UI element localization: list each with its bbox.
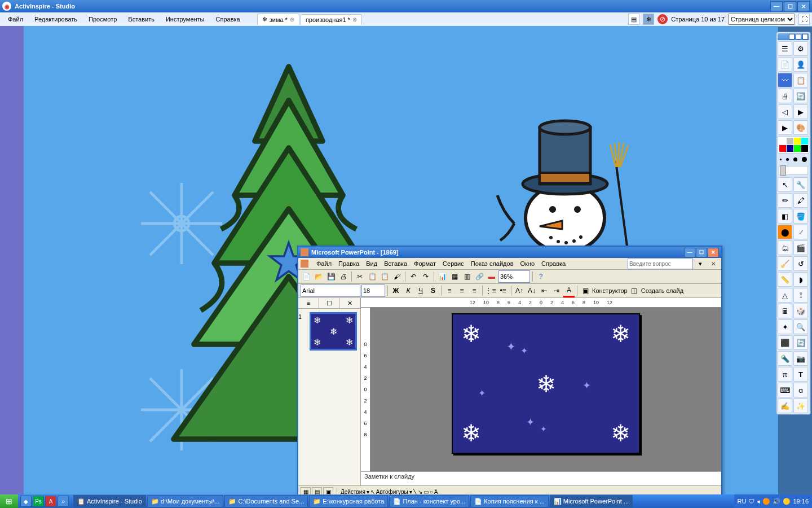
ql-icon[interactable]: A bbox=[45, 496, 56, 507]
outline-tab[interactable]: ≡ bbox=[298, 298, 319, 308]
cut-icon[interactable]: ✂ bbox=[354, 271, 365, 282]
zoom-combo[interactable] bbox=[498, 270, 530, 283]
align-center-icon[interactable]: ≡ bbox=[456, 285, 467, 296]
snowflake-tool-icon[interactable]: ❄ bbox=[643, 14, 654, 25]
tab-close-icon[interactable]: ⊗ bbox=[290, 16, 294, 23]
highlighter-icon[interactable]: 🖍 bbox=[793, 193, 808, 208]
close-button[interactable]: ✕ bbox=[797, 1, 810, 11]
task-button[interactable]: 📋ActivInspire - Studio bbox=[73, 495, 146, 507]
math-tool-icon[interactable]: π bbox=[778, 367, 792, 382]
calculator-icon[interactable]: 🖩 bbox=[778, 304, 792, 318]
tray-icon[interactable]: 🟡 bbox=[783, 498, 791, 505]
help-icon[interactable]: ? bbox=[535, 271, 546, 282]
prohibit-icon[interactable]: ⊘ bbox=[657, 14, 668, 24]
menu-tool-icon[interactable]: ☰ bbox=[778, 41, 792, 56]
page-zoom-icon[interactable]: 🔍 bbox=[793, 319, 808, 334]
undo-icon[interactable]: ↶ bbox=[408, 271, 419, 282]
profile-icon[interactable]: 📄 bbox=[778, 57, 792, 72]
protractor-icon[interactable]: ◗ bbox=[793, 272, 808, 287]
pp-minimize-button[interactable]: ― bbox=[684, 248, 695, 257]
dice-icon[interactable]: 🎲 bbox=[793, 304, 808, 318]
tools-icon[interactable]: 🔧 bbox=[793, 177, 808, 192]
tray-icon[interactable]: 🔊 bbox=[773, 498, 780, 505]
line-icon[interactable]: ╲ bbox=[413, 489, 417, 495]
hyperlink-icon[interactable]: 🔗 bbox=[474, 271, 485, 282]
align-right-icon[interactable]: ≡ bbox=[469, 285, 480, 296]
redo-icon[interactable]: ↷ bbox=[420, 271, 431, 282]
ql-icon[interactable]: ◆ bbox=[20, 496, 32, 507]
compass-icon[interactable]: ⟟ bbox=[793, 288, 808, 303]
start-vote-icon[interactable]: ▶ bbox=[778, 120, 792, 135]
table-icon[interactable]: ▦ bbox=[449, 271, 460, 282]
powerpoint-window[interactable]: Microsoft PowerPoint - [1869] ― ☐ ✕ Файл… bbox=[297, 246, 722, 494]
show-formatting-icon[interactable]: ▬ bbox=[486, 271, 497, 282]
pp-titlebar[interactable]: Microsoft PowerPoint - [1869] ― ☐ ✕ bbox=[298, 247, 721, 258]
chart-icon[interactable]: 📊 bbox=[436, 271, 448, 282]
origin-icon[interactable]: ✦ bbox=[778, 319, 792, 334]
task-button[interactable]: 📁d:\Мои документы\... bbox=[147, 495, 224, 507]
task-button[interactable]: 📄Копия пояснения к ... bbox=[470, 495, 549, 507]
color-picker-icon[interactable]: 🎨 bbox=[793, 120, 808, 135]
revealer-icon[interactable]: ⬛ bbox=[778, 335, 792, 350]
media-icon[interactable]: 🎬 bbox=[793, 240, 808, 255]
horizontal-ruler[interactable]: 12108642024681012 bbox=[361, 298, 721, 308]
menu-view[interactable]: Просмотр bbox=[83, 14, 122, 24]
zoom-select[interactable]: Страница целиком bbox=[728, 14, 795, 25]
annotate-desktop-icon[interactable]: 〰 bbox=[778, 73, 792, 87]
help-search-input[interactable] bbox=[628, 259, 693, 269]
reset-icon[interactable]: ↺ bbox=[793, 256, 808, 271]
next-page-icon[interactable]: ▶ bbox=[793, 104, 808, 119]
width-slider[interactable] bbox=[779, 166, 808, 175]
copy-icon[interactable]: 📋 bbox=[367, 271, 378, 282]
handwriting-icon[interactable]: ✍ bbox=[778, 398, 792, 413]
menu-help[interactable]: Справка bbox=[210, 14, 246, 24]
flipchart-page[interactable]: Microsoft PowerPoint - [1869] ― ☐ ✕ Файл… bbox=[24, 26, 778, 494]
pen-width-selector[interactable] bbox=[778, 155, 809, 164]
connector-icon[interactable]: ⟋ bbox=[793, 225, 808, 239]
print-icon[interactable]: 🖨 bbox=[778, 89, 792, 103]
arrow-icon[interactable]: ↘ bbox=[418, 489, 422, 495]
pp-menu-edit[interactable]: Правка bbox=[335, 259, 363, 268]
notes-pane[interactable]: Заметки к слайду bbox=[361, 471, 721, 485]
font-combo[interactable] bbox=[301, 284, 360, 297]
color-palette[interactable] bbox=[778, 136, 809, 154]
tab-close-icon[interactable]: ⊗ bbox=[352, 16, 357, 23]
dropdown-icon[interactable]: ▾ bbox=[695, 259, 705, 269]
paste-icon[interactable]: 📋 bbox=[379, 271, 390, 282]
bold-icon[interactable]: Ж bbox=[390, 285, 401, 296]
options-icon[interactable]: ⚙ bbox=[793, 41, 808, 56]
toolbox-header[interactable] bbox=[778, 33, 809, 40]
magic-ink-icon[interactable]: ✨ bbox=[793, 398, 808, 413]
language-indicator[interactable]: RU bbox=[738, 498, 747, 505]
increase-indent-icon[interactable]: ⇥ bbox=[551, 285, 562, 296]
ruler-tool-icon[interactable]: 📏 bbox=[778, 272, 792, 287]
pp-menu-service[interactable]: Сервис bbox=[439, 259, 467, 268]
pp-menu-file[interactable]: Файл bbox=[313, 259, 335, 268]
expand-icon[interactable]: ⛶ bbox=[798, 14, 810, 25]
pen-tool-icon[interactable]: ✏ bbox=[778, 193, 792, 208]
resource-browser-icon[interactable]: 🗂 bbox=[778, 240, 792, 255]
minimize-button[interactable]: ― bbox=[770, 1, 783, 11]
new-slide-icon[interactable]: ◫ bbox=[629, 285, 640, 296]
print-icon[interactable]: 🖨 bbox=[338, 271, 349, 282]
eraser-icon[interactable]: ◧ bbox=[778, 209, 792, 224]
select-tool-icon[interactable]: ↖ bbox=[778, 177, 792, 192]
thumbs-close-button[interactable]: ✕ bbox=[339, 298, 360, 308]
menu-tools[interactable]: Инструменты bbox=[160, 14, 210, 24]
align-left-icon[interactable]: ≡ bbox=[444, 285, 455, 296]
profile2-icon[interactable]: 👤 bbox=[793, 57, 808, 72]
pp-menu-format[interactable]: Формат bbox=[411, 259, 439, 268]
refresh-icon[interactable]: 🔄 bbox=[793, 335, 808, 350]
pp-menu-insert[interactable]: Вставка bbox=[381, 259, 411, 268]
slideshow-view-button[interactable]: ▣ bbox=[323, 487, 333, 494]
open-icon[interactable]: 📂 bbox=[313, 271, 324, 282]
pp-close-button[interactable]: ✕ bbox=[708, 248, 719, 257]
tab-zima[interactable]: ❄ зима * ⊗ bbox=[257, 14, 299, 25]
format-painter-icon[interactable]: 🖌 bbox=[391, 271, 403, 282]
triangle-icon[interactable]: △ bbox=[778, 288, 792, 303]
decrease-indent-icon[interactable]: ⇤ bbox=[539, 285, 550, 296]
pp-menu-view[interactable]: Вид bbox=[363, 259, 381, 268]
clock[interactable]: 19:16 bbox=[793, 498, 809, 505]
tray-icon[interactable]: 🛡 bbox=[748, 498, 754, 505]
slide-canvas[interactable]: ❄ ❄ ❄ ❄ ❄ ✦ ✦ ✦ ✦ ✦ ✦ bbox=[452, 313, 640, 454]
